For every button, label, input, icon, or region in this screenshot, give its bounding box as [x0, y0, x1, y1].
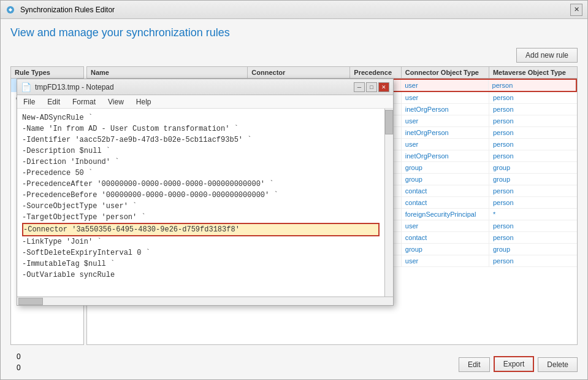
notepad-menubar: File Edit Format View Help	[17, 95, 393, 109]
notepad-menu-format[interactable]: Format	[69, 96, 99, 107]
window-title: Synchronization Rules Editor	[20, 6, 115, 14]
close-button[interactable]: ✕	[570, 4, 582, 16]
table-cell: person	[489, 197, 577, 208]
col-connector-obj: Connector Object Type	[402, 67, 489, 78]
table-cell: group	[489, 162, 577, 173]
code-line: -Identifier 'aacc52b7-ae9b-47d3-b02e-5cb…	[22, 134, 380, 145]
notepad-menu-edit[interactable]: Edit	[44, 96, 64, 107]
app-icon	[6, 5, 15, 15]
main-window: Synchronization Rules Editor ✕ View and …	[0, 0, 588, 380]
table-header: Name Connector Precedence Connector Obje…	[86, 66, 578, 79]
code-line: -Name 'In from AD - User Custom transfor…	[22, 123, 380, 134]
notepad-win-btns: ─ □ ✕	[354, 82, 389, 92]
col-precedence: Precedence	[350, 67, 401, 78]
table-cell: contact	[402, 232, 489, 243]
code-line: -Direction 'Inbound' `	[22, 157, 380, 168]
table-cell: user	[402, 139, 489, 150]
code-line: -ImmutableTag $null `	[22, 258, 380, 269]
notepad-close-button[interactable]: ✕	[378, 82, 389, 92]
code-line: -SoftDeleteExpiryInterval 0 `	[22, 247, 380, 258]
main-content: View and manage your synchronization rul…	[1, 19, 587, 379]
table-cell: user	[402, 115, 489, 126]
code-line: -OutVariable syncRule	[22, 269, 380, 281]
notepad-title: tmpFD13.tmp - Notepad	[35, 83, 114, 91]
code-line: -PrecedenceBefore '00000000-0000-0000-00…	[22, 190, 380, 201]
title-bar: Synchronization Rules Editor ✕	[1, 1, 587, 19]
notepad-scrollbar[interactable]	[384, 109, 393, 297]
side-number-2: 0	[17, 363, 21, 372]
table-cell: person	[489, 139, 577, 150]
table-cell: inetOrgPerson	[402, 150, 489, 161]
toolbar-row: Add new rule	[10, 48, 578, 63]
table-cell: person	[489, 104, 577, 115]
code-line: -SourceObjectType 'user' `	[22, 201, 380, 212]
notepad-text[interactable]: New-ADSyncRule `-Name 'In from AD - User…	[17, 109, 384, 297]
code-line: New-ADSyncRule `	[22, 112, 380, 123]
table-cell: person	[489, 127, 577, 138]
code-line: -LinkType 'Join' `	[22, 236, 380, 247]
delete-button[interactable]: Delete	[538, 357, 578, 372]
table-cell: person	[489, 185, 577, 196]
code-line: -Connector '3a550356-6495-4830-9e26-d759…	[22, 223, 380, 236]
page-subtitle: View and manage your synchronization rul…	[10, 26, 578, 39]
table-cell: contact	[402, 197, 489, 208]
title-bar-left: Synchronization Rules Editor	[6, 5, 115, 15]
table-cell: person	[489, 220, 577, 231]
code-line: -Description $null `	[22, 145, 380, 157]
edit-button[interactable]: Edit	[459, 357, 490, 372]
side-numbers: 0 0	[10, 350, 21, 372]
notepad-menu-help[interactable]: Help	[132, 96, 155, 107]
table-cell: group	[402, 244, 489, 255]
notepad-window: 📄 tmpFD13.tmp - Notepad ─ □ ✕ File Edit …	[17, 79, 394, 306]
table-cell: group	[489, 244, 577, 255]
table-cell: foreignSecurityPrincipal	[402, 209, 489, 220]
notepad-minimize-button[interactable]: ─	[354, 82, 365, 92]
code-line: -PrecedenceAfter '00000000-0000-0000-000…	[22, 179, 380, 190]
table-cell: *	[489, 209, 577, 220]
table-cell: user	[402, 255, 489, 266]
scroll-thumb[interactable]	[385, 110, 393, 134]
table-cell: person	[489, 80, 576, 91]
table-cell: group	[489, 174, 577, 185]
table-cell: person	[489, 92, 577, 103]
notepad-body: New-ADSyncRule `-Name 'In from AD - User…	[17, 109, 393, 297]
rule-types-header: Rule Types	[10, 66, 84, 79]
table-cell: inetOrgPerson	[402, 127, 489, 138]
table-cell: inetOrgPerson	[402, 104, 489, 115]
code-line: -Precedence 50 `	[22, 168, 380, 179]
col-connector: Connector	[248, 67, 350, 78]
table-cell: user	[402, 220, 489, 231]
table-cell: group	[402, 162, 489, 173]
table-cell: person	[489, 150, 577, 161]
notepad-maximize-button[interactable]: □	[366, 82, 377, 92]
col-metaverse-obj: Metaverse Object Type	[489, 67, 577, 78]
add-new-rule-button[interactable]: Add new rule	[516, 48, 578, 63]
notepad-menu-file[interactable]: File	[20, 96, 39, 107]
table-cell: user	[401, 80, 488, 91]
col-name: Name	[87, 67, 248, 78]
notepad-title-bar: 📄 tmpFD13.tmp - Notepad ─ □ ✕	[17, 79, 393, 95]
notepad-hscroll[interactable]	[17, 297, 393, 305]
table-cell: person	[489, 255, 577, 266]
side-number-1: 0	[17, 352, 21, 361]
table-cell: contact	[402, 185, 489, 196]
table-cell: person	[489, 115, 577, 126]
notepad-menu-view[interactable]: View	[104, 96, 128, 107]
export-button[interactable]: Export	[494, 356, 535, 372]
table-cell: person	[489, 232, 577, 243]
table-cell: user	[402, 92, 489, 103]
code-line: -TargetObjectType 'person' `	[22, 212, 380, 223]
rules-area: Rule Types Inbound Outbound Name Connect…	[10, 66, 578, 345]
table-cell: group	[402, 174, 489, 185]
hscroll-thumb[interactable]	[18, 298, 43, 305]
bottom-buttons-row: 0 0 Edit Export Delete	[10, 345, 578, 372]
